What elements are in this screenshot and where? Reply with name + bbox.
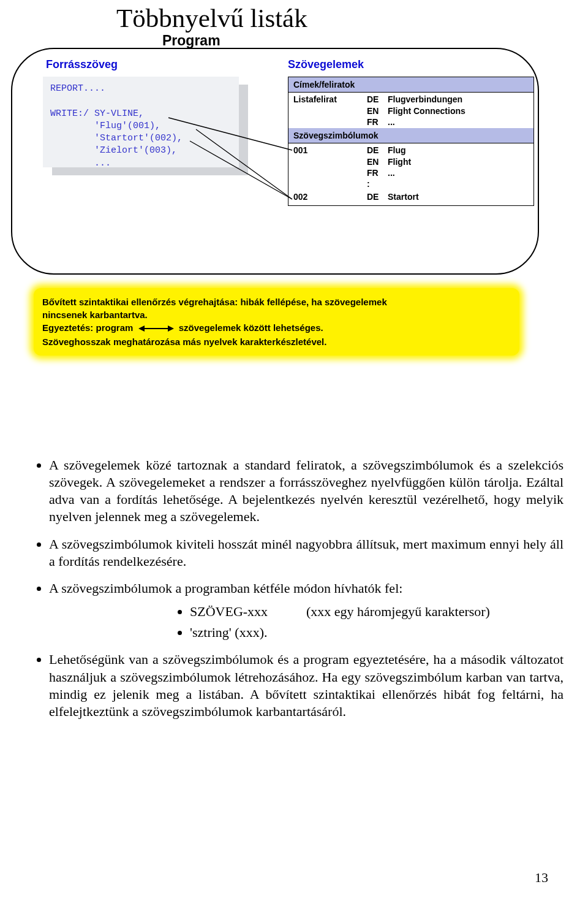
highlight-l3-a: Egyeztetés: program: [42, 322, 133, 333]
table-subrow: EN Flight: [288, 157, 533, 168]
body-text: A szövegelemek közé tartoznak a standard…: [31, 457, 564, 720]
cell-lang: EN: [367, 106, 388, 116]
table-row-listafelirat: Listafelirat DE Flugverbindungen: [288, 93, 533, 106]
highlight-line-2: nincsenek karbantartva.: [42, 308, 511, 321]
cell-lang: FR: [367, 168, 388, 178]
cell-text: Startort: [388, 192, 529, 202]
bullet-2: A szövegszimbólumok kiviteli hosszát min…: [49, 536, 564, 570]
table-header-titles: Címek/feliratok: [288, 77, 533, 93]
sub1-code: SZÖVEG-xxx: [190, 603, 306, 620]
table-subrow: EN Flight Connections: [288, 106, 533, 117]
slide-subtitle: Program: [162, 32, 221, 49]
cell-text: ...: [388, 117, 529, 127]
table-subrow: FR ...: [288, 117, 533, 128]
right-column-title: Szövegelemek: [288, 58, 364, 71]
svg-marker-5: [168, 325, 174, 332]
table-row-002: 002 DE Startort: [288, 190, 533, 205]
cell-lang: DE: [367, 94, 388, 104]
highlight-line-1: Bővített szintaktikai ellenőrzés végreha…: [42, 295, 511, 308]
table-subrow: :: [288, 179, 533, 190]
cell-text: Flug: [388, 145, 529, 155]
bullet-3: A szövegszimbólumok a programban kétféle…: [49, 580, 564, 641]
highlight-line-4: Szöveghosszak meghatározása más nyelvek …: [42, 335, 511, 348]
highlight-l3-b: szövegelemek között lehetséges.: [179, 322, 323, 333]
bullet-3-text: A szövegszimbólumok a programban kétféle…: [49, 580, 402, 596]
source-code-block: REPORT.... WRITE:/ SY-VLINE, 'Flug'(001)…: [43, 77, 239, 167]
cell-colon: :: [367, 179, 388, 189]
page-number: 13: [535, 870, 548, 886]
highlight-line-3: Egyeztetés: program szövegelemek között …: [42, 321, 511, 335]
cell-lang: FR: [367, 117, 388, 127]
slide-diagram: Többnyelvű listák Program Forrásszöveg S…: [0, 0, 551, 383]
svg-marker-4: [138, 325, 145, 332]
left-column-title: Forrásszöveg: [46, 58, 118, 71]
cell-text: ...: [388, 168, 529, 178]
sub1-desc: (xxx egy háromjegyű karaktersor): [306, 604, 490, 619]
bullet-1: A szövegelemek közé tartoznak a standard…: [49, 457, 564, 526]
cell-text: Flugverbindungen: [388, 94, 529, 104]
cell-lang: DE: [367, 145, 388, 155]
double-arrow-icon: [138, 322, 174, 335]
cell-lang: EN: [367, 157, 388, 167]
table-row-001: 001 DE Flug: [288, 143, 533, 157]
table-header-symbols: Szövegszimbólumok: [288, 128, 533, 143]
page: Többnyelvű listák Program Forrásszöveg S…: [0, 0, 588, 898]
sub-bullet-1: SZÖVEG-xxx(xxx egy háromjegyű karakterso…: [190, 603, 564, 620]
cell-lang: DE: [367, 192, 388, 202]
sub-bullet-2: 'sztring' (xxx).: [190, 624, 564, 641]
cell-text: Flight: [388, 157, 529, 167]
slide-title: Többnyelvű listák: [116, 3, 307, 33]
cell-text: Flight Connections: [388, 106, 529, 116]
cell-label: Listafelirat: [293, 94, 367, 104]
text-elements-table: Címek/feliratok Listafelirat DE Flugverb…: [288, 77, 534, 206]
cell-id: 001: [293, 145, 367, 155]
bullet-4: Lehetőségünk van a szövegszimbólumok és …: [49, 651, 564, 720]
cell-id: 002: [293, 192, 367, 202]
table-subrow: FR ...: [288, 168, 533, 179]
highlight-box: Bővített szintaktikai ellenőrzés végreha…: [34, 288, 519, 356]
